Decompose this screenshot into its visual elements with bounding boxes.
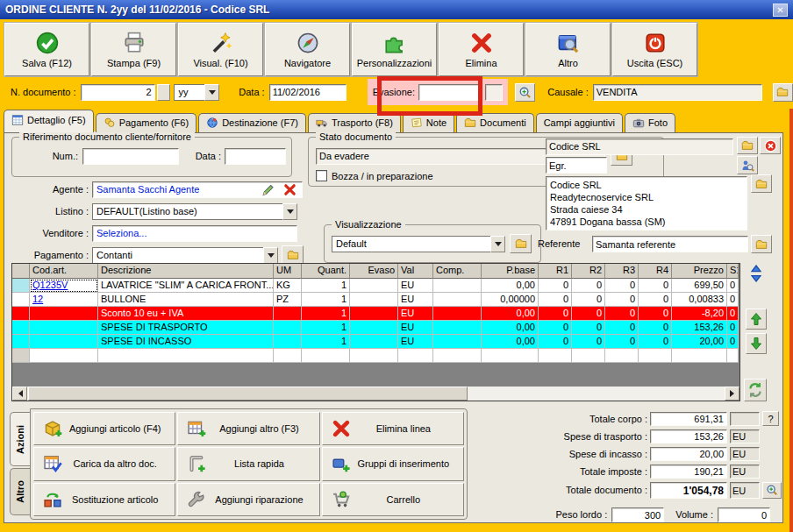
table-cell[interactable]: 20,00 [672, 335, 727, 349]
table-cell[interactable]: 1 [302, 293, 350, 307]
table-cell[interactable]: 0 [605, 335, 639, 349]
table-cell[interactable] [30, 335, 98, 349]
table-cell[interactable] [482, 349, 539, 363]
column-header-r2[interactable]: R2 [572, 264, 605, 279]
table-cell[interactable]: 1 [302, 321, 350, 335]
scrollbar-thumb[interactable] [28, 387, 468, 401]
tab-documenti[interactable]: Documenti [456, 113, 534, 132]
toolbar-button-stampa-f9[interactable]: Stampa (F9) [91, 23, 176, 76]
data-input[interactable] [269, 84, 346, 101]
table-cell[interactable]: 699,50 [672, 279, 727, 293]
table-cell[interactable]: 0,00833 [672, 293, 727, 307]
table-cell[interactable] [433, 293, 482, 307]
action-aggiungi-articolo-f4[interactable]: Aggiungi articolo (F4) [33, 412, 175, 445]
action-sostituzione-articolo[interactable]: Sostituzione articolo [33, 483, 175, 516]
pagamento-folder-button[interactable] [282, 245, 304, 265]
year-select[interactable]: yy [174, 84, 219, 101]
table-cell[interactable] [30, 307, 98, 321]
table-cell[interactable] [350, 349, 398, 363]
help-button[interactable]: ? [762, 411, 779, 426]
table-cell[interactable] [350, 335, 398, 349]
table-cell[interactable] [433, 307, 482, 321]
article-code-link[interactable]: Q1235V [32, 280, 68, 290]
column-header-r4[interactable]: R4 [639, 264, 672, 279]
column-header-r3[interactable]: R3 [605, 264, 639, 279]
table-cell[interactable] [350, 307, 398, 321]
table-cell[interactable]: 0 [727, 279, 739, 293]
table-cell[interactable]: BULLONE [98, 293, 274, 307]
tab-destinazione-f7[interactable]: Destinazione (F7) [198, 113, 306, 132]
evasione-input[interactable] [418, 84, 482, 101]
table-cell[interactable] [398, 349, 433, 363]
table-cell[interactable]: 0,00000 [482, 293, 539, 307]
horizontal-scrollbar[interactable] [12, 386, 739, 401]
table-cell[interactable]: 0 [639, 321, 672, 335]
table-cell[interactable]: KG [274, 279, 302, 293]
table-cell[interactable] [274, 321, 302, 335]
column-header-cod-art[interactable]: Cod.art. [30, 264, 98, 279]
tab-trasporto-f8[interactable]: Trasporto (F8) [308, 113, 401, 132]
table-cell[interactable] [30, 321, 98, 335]
customer-address-box[interactable]: Codice SRL Readytecnoservice SRL Strada … [546, 176, 747, 231]
table-cell[interactable]: 153,26 [672, 321, 727, 335]
scroll-left-icon[interactable] [12, 387, 27, 401]
column-header-prezzo[interactable]: Prezzo [672, 264, 727, 279]
table-cell[interactable]: EU [398, 307, 433, 321]
table-cell[interactable] [274, 335, 302, 349]
action-gruppi-di-inserimento[interactable]: Gruppi di inserimento [322, 447, 464, 480]
table-cell[interactable]: 1 [302, 307, 350, 321]
table-cell[interactable]: 0 [572, 307, 605, 321]
visualizzazione-select[interactable]: Default [332, 236, 505, 252]
rif-num-input[interactable] [82, 148, 179, 165]
chevron-down-icon[interactable] [282, 203, 297, 220]
move-row-down-button[interactable] [746, 333, 767, 354]
action-elimina-linea[interactable]: Elimina linea [322, 412, 464, 445]
evasione-search-button[interactable] [515, 83, 535, 102]
toolbar-button-uscita-esc[interactable]: Uscita (ESC) [612, 23, 697, 76]
customer-search-button[interactable] [737, 156, 758, 174]
table-cell[interactable]: 0 [727, 335, 739, 349]
table-cell[interactable]: 0 [539, 307, 572, 321]
table-cell[interactable]: EU [398, 321, 433, 335]
n-documento-spinner-button[interactable] [157, 84, 171, 101]
tab-note[interactable]: Note [403, 113, 454, 132]
table-cell[interactable]: 0 [572, 321, 605, 335]
table-cell[interactable]: Sconto 10 eu + IVA [98, 307, 274, 321]
salutation-input[interactable] [546, 157, 607, 174]
table-cell[interactable]: 0 [539, 279, 572, 293]
table-cell[interactable]: 0 [727, 321, 739, 335]
tab-foto[interactable]: Foto [625, 113, 675, 132]
close-icon[interactable]: ✕ [773, 4, 788, 17]
table-cell[interactable]: 0 [727, 293, 739, 307]
article-code-link[interactable]: 12 [32, 294, 43, 304]
row-marker-cell[interactable] [12, 335, 30, 349]
table-cell[interactable]: EU [398, 335, 433, 349]
toolbar-button-altro[interactable]: Altro [525, 23, 611, 76]
table-cell[interactable] [433, 279, 482, 293]
chevron-down-icon[interactable] [204, 84, 219, 101]
table-cell[interactable]: 0 [639, 293, 672, 307]
table-cell[interactable]: 0 [605, 293, 639, 307]
table-cell[interactable] [572, 349, 605, 363]
side-tab-altro[interactable]: Altro [10, 468, 30, 515]
toolbar-button-salva-f12[interactable]: Salva (F12) [4, 23, 89, 76]
table-cell[interactable]: 0 [539, 335, 572, 349]
table-cell[interactable]: 12 [30, 293, 98, 307]
customer-folder-button[interactable] [737, 137, 758, 154]
table-cell[interactable]: EU [398, 279, 433, 293]
peso-lordo-field[interactable]: 300 [611, 507, 664, 522]
referente-input[interactable] [592, 236, 748, 252]
toolbar-button-personalizzazioni[interactable]: Personalizzazioni [352, 23, 437, 76]
action-carrello[interactable]: Carrello [322, 483, 464, 516]
pagamento-select[interactable]: Contanti [92, 247, 278, 264]
table-cell[interactable]: 0,00 [482, 279, 539, 293]
table-cell[interactable] [274, 349, 302, 363]
action-lista-rapida[interactable]: Lista rapida [177, 447, 319, 480]
table-cell[interactable]: LAVATRICE "SLIM" A CARICA FRONT... [98, 279, 274, 293]
address-folder-button[interactable] [751, 174, 772, 193]
table-cell[interactable]: Q1235V [30, 279, 98, 293]
table-cell[interactable] [30, 349, 98, 363]
table-cell[interactable]: 1 [302, 335, 350, 349]
table-cell[interactable]: 0,00 [482, 335, 539, 349]
table-cell[interactable] [98, 349, 274, 363]
